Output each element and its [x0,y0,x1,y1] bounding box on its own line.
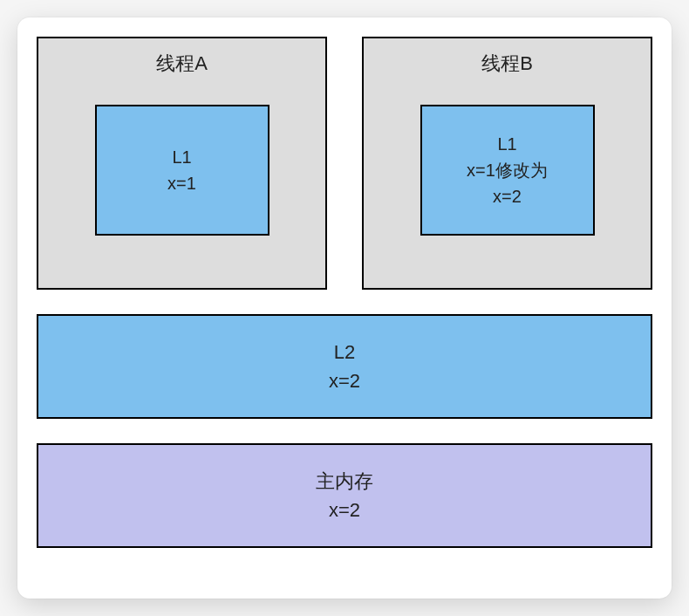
l2-label: L2 [334,338,355,366]
thread-b-l1-line1: x=1修改为 [467,157,548,183]
thread-b-l1-cache: L1 x=1修改为 x=2 [420,105,595,236]
memory-label: 主内存 [316,467,373,496]
l2-cache-box: L2 x=2 [37,314,652,419]
threads-row: 线程A L1 x=1 线程B L1 x=1修改为 x=2 [37,37,652,290]
thread-a-box: 线程A L1 x=1 [37,37,327,290]
thread-b-l1-line2: x=2 [493,183,522,209]
diagram-container: 线程A L1 x=1 线程B L1 x=1修改为 x=2 L2 x=2 主内存 … [17,17,672,599]
l2-value: x=2 [329,366,360,395]
thread-a-title: 线程A [156,51,208,77]
thread-b-title: 线程B [481,51,533,77]
thread-a-l1-label: L1 [172,144,191,170]
thread-b-l1-label: L1 [497,131,516,157]
memory-value: x=2 [329,496,360,524]
thread-b-box: 线程B L1 x=1修改为 x=2 [362,37,652,290]
thread-a-l1-cache: L1 x=1 [95,105,269,236]
main-memory-box: 主内存 x=2 [37,443,652,548]
thread-a-l1-value: x=1 [167,170,196,196]
